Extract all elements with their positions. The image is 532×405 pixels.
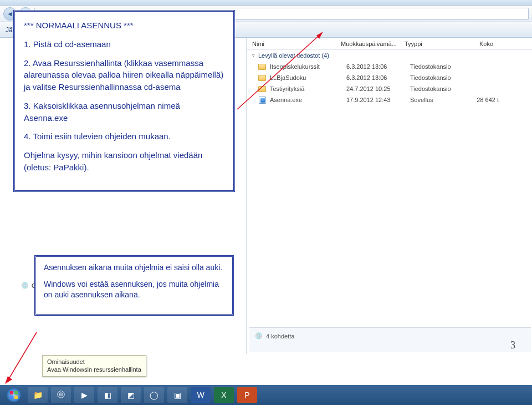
column-header-row[interactable]: Nimi Muokkauspäivämä... Tyyppi Koko xyxy=(247,38,532,50)
svg-rect-7 xyxy=(10,396,13,399)
tooltip-line: Avaa Windowsin resurssienhallinta xyxy=(47,366,141,373)
file-name: Testiyrityksiä xyxy=(270,85,346,92)
instruction-text: Asennuksen aikana muita ohjelmia ei sais… xyxy=(44,262,224,274)
file-type: Tiedostokansio xyxy=(410,85,466,92)
taskbar: 📁 ⓔ ▶ ◧ ◩ ◯ ▣ W X P xyxy=(0,385,532,405)
instruction-text: Ohjelma kysyy, mihin kansioon ohjelmat v… xyxy=(24,149,224,174)
windows-logo-icon xyxy=(6,387,22,403)
file-date: 17.9.2012 12:43 xyxy=(346,97,410,103)
column-size[interactable]: Koko xyxy=(460,40,493,47)
taskbar-icon-app3[interactable]: ▣ xyxy=(167,387,187,403)
context-tooltip: Ominaisuudet Avaa Windowsin resurssienha… xyxy=(42,355,146,377)
taskbar-icon-ie[interactable]: ⓔ xyxy=(51,387,71,403)
svg-rect-5 xyxy=(10,391,13,394)
file-date: 6.3.2012 13:06 xyxy=(346,74,410,81)
list-item[interactable]: Testiyrityksiä 24.7.2012 10:25 Tiedostok… xyxy=(247,83,532,94)
svg-rect-8 xyxy=(14,396,18,399)
taskbar-icon-chrome[interactable]: ◯ xyxy=(144,387,164,403)
instruction-title: *** NORMAALI ASENNUS *** xyxy=(24,19,224,32)
disc-icon: 💿 xyxy=(255,332,263,340)
taskbar-icon-app2[interactable]: ◩ xyxy=(121,387,141,403)
list-item[interactable]: Itseopiskelukurssit 6.3.2012 13:06 Tiedo… xyxy=(247,61,532,72)
taskbar-icon-excel[interactable]: X xyxy=(214,387,234,403)
folder-icon xyxy=(258,84,267,93)
taskbar-icon-mediaplayer[interactable]: ▶ xyxy=(74,387,94,403)
column-name[interactable]: Nimi xyxy=(252,40,341,47)
item-count: 4 kohdetta xyxy=(266,333,294,340)
instruction-text: 2. Avaa Resurssienhallinta (klikkaa vase… xyxy=(24,57,224,93)
taskbar-icon-explorer[interactable]: 📁 xyxy=(28,387,48,403)
svg-point-4 xyxy=(7,388,21,402)
file-list-pane: Nimi Muokkauspäivämä... Tyyppi Koko ▿ Le… xyxy=(247,38,532,354)
file-name: Itseopiskelukurssit xyxy=(270,63,346,70)
instruction-text: Windows voi estää asennuksen, jos muita … xyxy=(44,279,224,301)
group-label: Levyllä olevat tiedostot (4) xyxy=(258,52,329,59)
taskbar-icon-word[interactable]: W xyxy=(191,387,211,403)
svg-rect-6 xyxy=(14,391,18,394)
instruction-text: 4. Toimi esiin tulevien ohjeiden mukaan. xyxy=(24,130,224,143)
instruction-text: 1. Pistä cd cd-asemaan xyxy=(24,38,224,50)
taskbar-icon-powerpoint[interactable]: P xyxy=(237,387,257,403)
folder-icon xyxy=(258,73,267,82)
file-name: Asenna.exe xyxy=(270,97,346,103)
file-date: 24.7.2012 10:25 xyxy=(346,85,410,92)
list-item[interactable]: LLBjaSudoku 6.3.2012 13:06 Tiedostokansi… xyxy=(247,72,532,83)
file-type: Sovellus xyxy=(410,97,466,103)
instruction-text: 3. Kaksoisklikkaa asennusohjelman nimeä … xyxy=(24,100,224,124)
column-modified[interactable]: Muokkauspäivämä... xyxy=(341,40,405,47)
disc-icon: 💿 xyxy=(21,282,29,289)
instruction-overlay-2: Asennuksen aikana muita ohjelmia ei sais… xyxy=(34,255,234,316)
file-type: Tiedostokansio xyxy=(410,63,466,70)
file-group-header[interactable]: ▿ Levyllä olevat tiedostot (4) xyxy=(247,50,532,61)
file-date: 6.3.2012 13:06 xyxy=(346,63,410,70)
status-bar: 💿 4 kohdetta xyxy=(249,327,531,352)
window-titlebar xyxy=(0,0,532,6)
start-button[interactable] xyxy=(3,387,24,403)
file-size: 28 642 t xyxy=(466,97,499,103)
list-item[interactable]: Asenna.exe 17.9.2012 12:43 Sovellus 28 6… xyxy=(247,94,532,105)
application-icon xyxy=(258,95,267,104)
tooltip-line: Ominaisuudet xyxy=(47,358,141,366)
folder-icon xyxy=(258,62,267,71)
svg-marker-3 xyxy=(5,376,12,384)
taskbar-icon-app1[interactable]: ◧ xyxy=(98,387,117,403)
file-type: Tiedostokansio xyxy=(410,74,466,81)
page-number: 3 xyxy=(510,340,515,351)
instruction-overlay-1: *** NORMAALI ASENNUS *** 1. Pistä cd cd-… xyxy=(13,10,235,192)
column-type[interactable]: Tyyppi xyxy=(405,40,460,47)
collapse-triangle-icon: ▿ xyxy=(252,53,255,58)
file-name: LLBjaSudoku xyxy=(270,74,346,81)
